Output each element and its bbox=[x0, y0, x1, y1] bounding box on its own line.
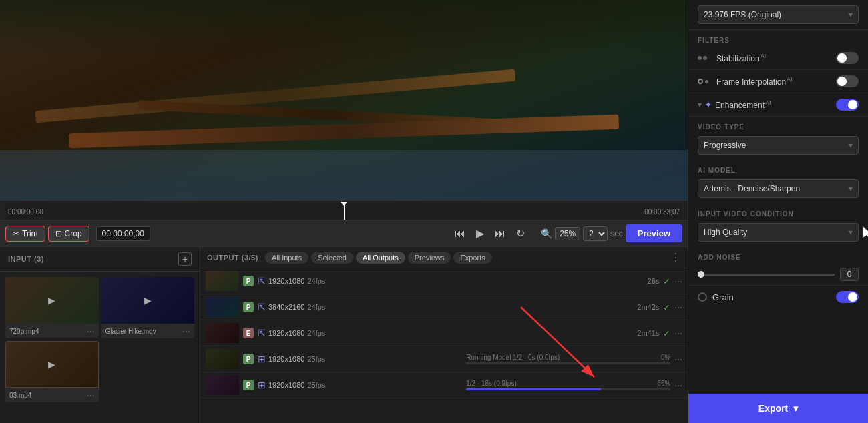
frame-interp-row: Frame InterpolationAI bbox=[688, 70, 868, 93]
tab-all-inputs[interactable]: All Inputs bbox=[265, 252, 308, 264]
frame-interp-toggle[interactable] bbox=[836, 75, 859, 87]
output-scroll-button[interactable]: ⋮ bbox=[670, 251, 681, 264]
input-dots-2[interactable]: ··· bbox=[182, 326, 190, 336]
input-panel-header: INPUT (3) + bbox=[0, 247, 200, 272]
row-badge-2: P bbox=[243, 302, 254, 312]
video-type-row: Progressive ▾ bbox=[688, 133, 868, 160]
input-condition-select[interactable]: High Quality ▾ bbox=[698, 223, 859, 242]
toolbar-bar: ✂ Trim ⊡ Crop 00:00:00;00 ⏮ ▶ ⏭ ↻ 🔍 25% … bbox=[0, 220, 688, 246]
noise-slider[interactable] bbox=[698, 274, 835, 276]
fps-chevron: ▾ bbox=[849, 10, 853, 19]
tab-exports[interactable]: Exports bbox=[453, 252, 491, 264]
input-dots-1[interactable]: ··· bbox=[87, 326, 95, 336]
zoom-value: 25% bbox=[555, 227, 580, 240]
crop-button[interactable]: ⊡ Crop bbox=[48, 226, 89, 242]
row-dots-3[interactable]: ··· bbox=[674, 328, 682, 338]
row-progress-bar-5 bbox=[466, 388, 670, 390]
timeline-area: 00:00:00;00 00:00:33;07 bbox=[0, 200, 688, 220]
enhancement-toggle[interactable] bbox=[836, 99, 859, 111]
step-back-button[interactable]: ⏮ bbox=[452, 226, 468, 241]
row-thumb-1 bbox=[206, 271, 239, 291]
input-dots-3[interactable]: ··· bbox=[87, 390, 95, 400]
row-badge-3: E bbox=[243, 328, 254, 338]
stabilization-row: StabilizationAI bbox=[688, 47, 868, 70]
input-panel-title: INPUT (3) bbox=[8, 255, 44, 263]
noise-row: 0 bbox=[688, 264, 868, 285]
row-dots-5[interactable]: ··· bbox=[674, 380, 682, 390]
trim-button[interactable]: ✂ Trim bbox=[5, 226, 45, 242]
input-item-3[interactable]: ▶ 03.mp4 ··· bbox=[5, 341, 99, 402]
fps-select[interactable]: 23.976 FPS (Original) ▾ bbox=[698, 5, 859, 24]
export-button[interactable]: Export ▾ bbox=[688, 394, 868, 423]
input-grid: ▶ 720p.mp4 ··· ▶ Glacier Hike.mov ··· bbox=[0, 272, 200, 408]
ai-model-select[interactable]: Artemis - Denoise/Sharpen ▾ bbox=[698, 179, 859, 198]
tab-previews[interactable]: Previews bbox=[408, 252, 451, 264]
row-thumb-4 bbox=[206, 349, 239, 369]
row-check-2: ✓ bbox=[663, 302, 670, 312]
crop-icon: ⊡ bbox=[55, 229, 62, 238]
stabilization-toggle[interactable] bbox=[836, 52, 859, 64]
row-dots-2[interactable]: ··· bbox=[674, 302, 682, 312]
noise-value: 0 bbox=[840, 268, 859, 281]
preview-button[interactable]: Preview bbox=[626, 224, 682, 242]
fps-section: 23.976 FPS (Original) ▾ bbox=[688, 0, 868, 30]
input-item-2[interactable]: ▶ Glacier Hike.mov ··· bbox=[101, 277, 195, 338]
output-title: OUTPUT (3/5) bbox=[207, 254, 258, 262]
trim-icon: ✂ bbox=[13, 229, 19, 238]
tab-selected[interactable]: Selected bbox=[311, 252, 353, 264]
timeline-end: 00:00:33;07 bbox=[644, 208, 680, 216]
enhancement-row: ▾ ✦ EnhancementAI bbox=[688, 93, 868, 117]
row-badge-1: P bbox=[243, 276, 254, 286]
play-icon-2: ▶ bbox=[144, 295, 152, 306]
add-input-button[interactable]: + bbox=[178, 252, 192, 266]
video-type-select[interactable]: Progressive ▾ bbox=[698, 136, 859, 155]
input-thumb-3: ▶ bbox=[5, 341, 99, 388]
filters-title: FILTERS bbox=[688, 30, 868, 47]
ai-model-chevron: ▾ bbox=[849, 184, 853, 193]
input-label-1: 720p.mp4 ··· bbox=[5, 324, 99, 338]
row-badge-5: P bbox=[243, 380, 254, 390]
output-row-4: P ⊞ 1920x1080 25fps Running Model 1/2 - … bbox=[200, 346, 688, 372]
enhancement-icon: ✦ bbox=[704, 99, 712, 110]
input-thumb-1: ▶ bbox=[5, 277, 99, 324]
play-button[interactable]: ▶ bbox=[473, 226, 487, 241]
output-rows: P ⇱ 1920x1080 24fps 26s ✓ ··· P ⇱ bbox=[200, 268, 688, 423]
row-thumb-5 bbox=[206, 375, 239, 395]
enhancement-expand[interactable]: ▾ bbox=[698, 100, 702, 109]
timecode-display: 00:00:00;00 bbox=[96, 226, 150, 241]
video-type-title: VIDEO TYPE bbox=[688, 117, 868, 133]
row-info-1: ⇱ 1920x1080 24fps bbox=[258, 276, 644, 286]
row-info-2: ⇱ 3840x2160 24fps bbox=[258, 302, 633, 312]
step-forward-button[interactable]: ⏭ bbox=[492, 226, 508, 241]
bottom-panels: INPUT (3) + ▶ 720p.mp4 ··· ▶ bbox=[0, 246, 688, 423]
zoom-out-button[interactable]: 🔍 bbox=[541, 228, 552, 239]
output-panel: OUTPUT (3/5) All Inputs Selected All Out… bbox=[200, 247, 688, 423]
row-thumb-3 bbox=[206, 323, 239, 343]
output-row-3: E ⇱ 1920x1080 24fps 2m41s ✓ ··· bbox=[200, 320, 688, 346]
upscale-icon-3: ⇱ bbox=[258, 328, 266, 338]
svg-marker-2 bbox=[863, 226, 868, 240]
output-row-5: P ⊞ 1920x1080 25fps 1/2 - 18s (0.9fps) 6… bbox=[200, 372, 688, 398]
grain-toggle[interactable] bbox=[836, 291, 859, 303]
scale-select[interactable]: 2 4 8 bbox=[583, 226, 608, 241]
timeline-ruler[interactable]: 00:00:00;00 00:00:33;07 bbox=[5, 203, 682, 220]
row-progress-4: Running Model 1/2 - 0s (0.0fps) 0% bbox=[466, 354, 670, 364]
row-dots-4[interactable]: ··· bbox=[674, 354, 682, 364]
enhancement-label: EnhancementAI bbox=[715, 99, 836, 110]
loop-button[interactable]: ↻ bbox=[513, 226, 527, 241]
upscale-icon-2: ⇱ bbox=[258, 302, 266, 312]
row-check-1: ✓ bbox=[663, 276, 670, 286]
upscale-icon-4: ⊞ bbox=[258, 354, 266, 364]
cursor-indicator bbox=[861, 225, 868, 243]
export-chevron: ▾ bbox=[793, 403, 798, 414]
input-panel: INPUT (3) + ▶ 720p.mp4 ··· ▶ bbox=[0, 247, 200, 423]
upscale-icon-5: ⊞ bbox=[258, 380, 266, 390]
input-item-1[interactable]: ▶ 720p.mp4 ··· bbox=[5, 277, 99, 338]
row-dots-1[interactable]: ··· bbox=[674, 276, 682, 286]
zoom-controls: 🔍 25% 2 4 8 sec bbox=[541, 226, 623, 241]
tab-all-outputs[interactable]: All Outputs bbox=[356, 252, 405, 264]
ai-model-row: Artemis - Denoise/Sharpen ▾ bbox=[688, 177, 868, 203]
grain-row: Grain bbox=[688, 285, 868, 308]
sec-label: sec bbox=[610, 229, 623, 238]
input-label-3: 03.mp4 ··· bbox=[5, 388, 99, 402]
